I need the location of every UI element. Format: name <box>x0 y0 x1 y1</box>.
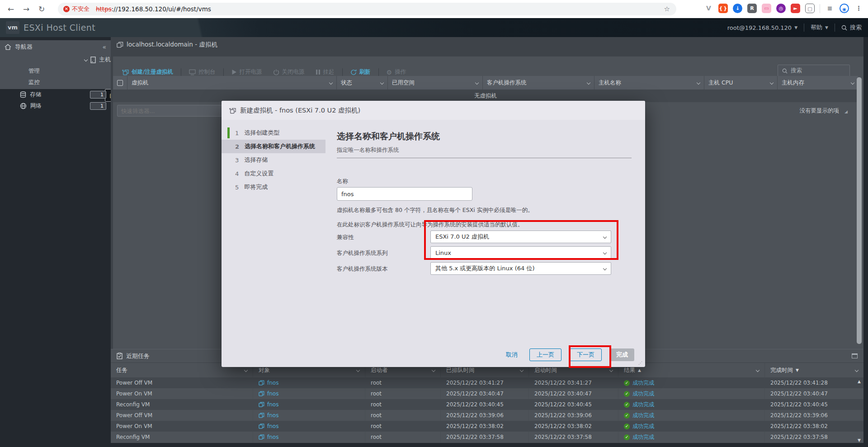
navigator-title: 导航器 <box>15 43 33 51</box>
task-target-link[interactable]: fnos <box>259 412 278 419</box>
extensions-puzzle-icon[interactable]: ▢ <box>805 4 815 13</box>
sidebar-item-monitor[interactable]: 监控 <box>0 77 111 88</box>
wizard-step-4[interactable]: 4 自定义设置 <box>222 167 326 180</box>
column-header-used-space[interactable]: 已用空间 <box>388 76 483 89</box>
url-rest: ://192.168.50.120/ui/#/host/vms <box>112 5 211 13</box>
filter-chevron-icon[interactable] <box>380 81 384 85</box>
next-button[interactable]: 下一页 <box>570 348 602 361</box>
vertical-scrollbar[interactable] <box>857 77 862 344</box>
extension-v-icon[interactable]: V <box>704 4 713 13</box>
expand-tasks-icon[interactable] <box>852 353 858 358</box>
finish-button[interactable]: 完成 <box>610 348 634 361</box>
sidebar-item-storage[interactable]: 存储 1 <box>0 89 111 100</box>
filter-chevron-icon[interactable] <box>851 81 854 85</box>
address-bar[interactable]: ✕ 不安全 https://192.168.50.120/ui/#/host/v… <box>58 3 676 15</box>
filter-chevron-icon[interactable] <box>475 81 479 85</box>
task-target-link[interactable]: fnos <box>259 423 278 429</box>
sidebar-item-host[interactable]: 主机 <box>0 54 111 66</box>
task-result[interactable]: 成功完成 <box>632 401 654 409</box>
task-result[interactable]: 成功完成 <box>632 412 654 419</box>
browser-refresh-icon[interactable]: ↻ <box>36 4 47 14</box>
column-header-status[interactable]: 状态 <box>337 76 388 89</box>
compatibility-select[interactable]: ESXi 7.0 U2 虚拟机 <box>430 231 611 243</box>
task-row[interactable]: Power Off VMfnosroot2025/12/22 03:39:062… <box>111 410 863 421</box>
scroll-up-icon[interactable]: ▲ <box>858 379 861 384</box>
task-target-link[interactable]: fnos <box>259 391 278 397</box>
browser-back-icon[interactable]: ← <box>5 4 16 14</box>
column-header-host-memory[interactable]: 主机内存 <box>778 76 858 89</box>
browser-forward-icon[interactable]: → <box>21 4 32 14</box>
bookmark-star-icon[interactable]: ☆ <box>664 5 670 13</box>
resize-grip-icon[interactable]: ◢ <box>844 109 848 114</box>
task-started-time: 2025/12/22 03:39:06 <box>534 412 592 419</box>
task-result[interactable]: 成功完成 <box>632 379 654 387</box>
user-menu[interactable]: root@192.168.50.120▼ <box>727 24 797 31</box>
task-result[interactable]: 成功完成 <box>632 390 654 398</box>
browser-menu-icon[interactable]: ⋮ <box>854 4 863 13</box>
task-queued-time: 2025/12/22 03:39:06 <box>446 412 504 419</box>
column-label: 主机 CPU <box>708 79 733 87</box>
scroll-down-icon[interactable]: ▼ <box>858 438 861 442</box>
table-search-box[interactable]: 搜索 <box>778 65 850 77</box>
back-button[interactable]: 上一页 <box>529 348 561 361</box>
sidebar-item-storage-label: 存储 <box>30 91 41 99</box>
column-header-hostname[interactable]: 主机名称 <box>594 76 704 89</box>
sidebar-item-networking[interactable]: 网络 1 <box>0 100 111 112</box>
filter-chevron-icon[interactable] <box>770 81 774 85</box>
task-result[interactable]: 成功完成 <box>632 433 654 441</box>
caret-down-icon: ▼ <box>794 25 797 30</box>
filter-chevron-icon[interactable] <box>329 81 333 85</box>
filter-chevron-icon[interactable] <box>244 368 248 372</box>
media-controls-icon[interactable]: ≡ <box>825 4 835 13</box>
extension-braces-icon[interactable]: { } <box>718 4 728 13</box>
column-header-vm[interactable]: 虚拟机 <box>127 76 337 89</box>
extension-r-icon[interactable]: R <box>747 4 757 13</box>
guest-os-version-select[interactable]: 其他 5.x 或更高版本的 Linux (64 位) <box>430 262 611 275</box>
extension-play-icon[interactable]: ► <box>791 4 800 13</box>
not-secure-chip[interactable]: ✕ 不安全 <box>63 5 90 13</box>
select-all-checkbox[interactable] <box>117 80 123 86</box>
collapse-sidebar-icon[interactable]: « <box>102 43 106 51</box>
task-row[interactable]: Power On VMfnosroot2025/12/22 03:38:0220… <box>111 421 863 432</box>
filter-chevron-icon[interactable] <box>697 81 700 85</box>
guest-os-family-select[interactable]: Linux <box>430 246 611 259</box>
task-target-link[interactable]: fnos <box>259 401 278 408</box>
filter-chevron-icon[interactable] <box>356 368 360 372</box>
global-search[interactable]: 搜索 <box>841 24 862 32</box>
cancel-button[interactable]: 取消 <box>506 351 518 359</box>
wizard-step-2[interactable]: 2 选择名称和客户机操作系统 <box>222 140 326 153</box>
task-name: Reconfig VM <box>116 401 150 408</box>
vm-name-input[interactable] <box>337 187 472 201</box>
filter-chevron-icon[interactable] <box>432 368 435 372</box>
page-title-text: localhost.localdomain - 虚拟机 <box>127 41 217 49</box>
wizard-step-5[interactable]: 5 即将完成 <box>222 180 326 194</box>
url-text: https://192.168.50.120/ui/#/host/vms <box>96 5 211 13</box>
extension-tv-icon[interactable]: ▭ <box>762 4 771 13</box>
task-result[interactable]: 成功完成 <box>632 423 654 430</box>
task-row[interactable]: Power On VMfnosroot2025/12/22 03:40:4720… <box>111 388 863 399</box>
filter-chevron-icon[interactable] <box>855 368 859 372</box>
task-row[interactable]: Power Off VMfnosroot2025/12/22 03:41:272… <box>111 377 863 388</box>
sidebar-item-manage[interactable]: 管理 <box>0 66 111 77</box>
extension-download-icon[interactable]: ↓ <box>733 4 742 13</box>
wizard-steps: 1 选择创建类型 2 选择名称和客户机操作系统 3 选择存储 4 自定义设置 5… <box>222 120 326 343</box>
wizard-step-3[interactable]: 3 选择存储 <box>222 153 326 167</box>
dialog-resize-grip[interactable]: ⋰ <box>638 361 642 365</box>
filter-chevron-icon[interactable] <box>609 368 613 372</box>
extension-purple-icon[interactable]: ◎ <box>776 4 786 13</box>
chevron-down-icon[interactable] <box>84 58 88 61</box>
task-row[interactable]: Reconfig VMfnosroot2025/12/22 03:40:4520… <box>111 399 863 410</box>
help-menu[interactable]: 帮助▼ <box>811 24 828 32</box>
task-target-link[interactable]: fnos <box>259 434 278 440</box>
filter-chevron-icon[interactable] <box>756 368 760 372</box>
column-header-guest-os[interactable]: 客户机操作系统 <box>483 76 594 89</box>
column-header-host-cpu[interactable]: 主机 CPU <box>704 76 778 89</box>
task-row[interactable]: Reconfig VMfnosroot2025/12/22 03:37:5820… <box>111 432 863 442</box>
filter-chevron-icon[interactable] <box>587 81 590 85</box>
profile-avatar-icon[interactable]: ◉ <box>840 4 849 13</box>
task-target-link[interactable]: fnos <box>259 380 278 386</box>
toolbar-separator <box>820 4 820 13</box>
wizard-step-1[interactable]: 1 选择创建类型 <box>222 126 326 140</box>
filter-chevron-icon[interactable] <box>520 368 524 372</box>
column-header-completed[interactable]: 完成时间▼ <box>765 363 863 377</box>
